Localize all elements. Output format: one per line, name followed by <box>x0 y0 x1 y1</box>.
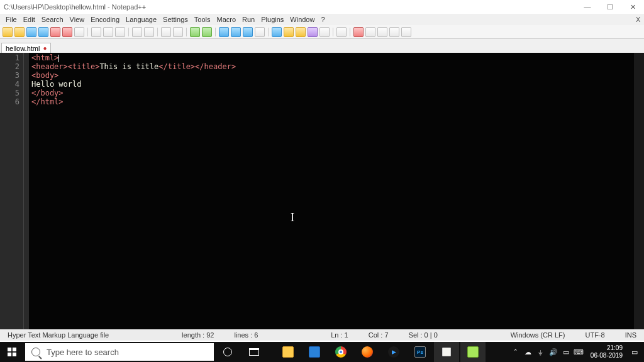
sync-v-icon[interactable] <box>219 27 229 37</box>
close-file-icon[interactable] <box>50 27 60 37</box>
wrap-icon[interactable] <box>243 27 253 37</box>
sync-h-icon[interactable] <box>231 27 241 37</box>
editor[interactable]: 123456 <html> <header><title>This is tit… <box>0 53 644 329</box>
toolbar <box>0 25 644 39</box>
save-macro-icon[interactable] <box>401 27 411 37</box>
cortana-button[interactable] <box>215 342 240 362</box>
tray-battery-icon[interactable]: ▭ <box>562 348 570 356</box>
menu-run[interactable]: Run <box>239 14 258 25</box>
print-icon[interactable] <box>74 27 84 37</box>
tray-notifications-icon[interactable]: ▭ <box>630 348 639 356</box>
indent-icon[interactable] <box>272 27 282 37</box>
status-bar: Hyper Text Markup Language file length :… <box>0 329 644 341</box>
photoshop-icon[interactable]: Ps <box>408 342 433 362</box>
close-all-icon[interactable] <box>62 27 72 37</box>
eye-icon[interactable] <box>336 27 347 37</box>
code-line-1: <html> <box>31 53 641 62</box>
menu-edit[interactable]: Edit <box>20 14 38 25</box>
tab-hellow-html[interactable]: hellow.html ● <box>1 43 51 53</box>
minimize-button[interactable]: — <box>576 0 599 14</box>
vertical-scrollbar[interactable] <box>634 53 644 329</box>
status-ln: Ln : 1 <box>327 331 352 339</box>
menu-plugins[interactable]: Plugins <box>258 14 287 25</box>
tray-date: 06-08-2019 <box>591 352 623 359</box>
title-bar[interactable]: C:\Users\HP\Desktop\hellow.html - Notepa… <box>0 0 644 14</box>
tray-datetime[interactable]: 21:09 06-08-2019 <box>587 344 626 359</box>
menu-language[interactable]: Language <box>123 14 160 25</box>
notepad-icon[interactable] <box>434 342 459 362</box>
fold-margin <box>24 53 29 329</box>
svg-rect-0 <box>8 348 11 351</box>
code-line-3: <body> <box>31 71 641 80</box>
tray-volume-icon[interactable]: 🔊 <box>549 348 558 356</box>
start-button[interactable] <box>0 342 24 362</box>
comment-icon[interactable] <box>296 27 306 37</box>
tab-close-x[interactable]: X <box>633 14 641 25</box>
save-icon[interactable] <box>26 27 36 37</box>
status-mode: INS <box>621 331 640 339</box>
menu-window[interactable]: Window <box>287 14 318 25</box>
menu-help[interactable]: ? <box>318 14 328 25</box>
status-sel: Sel : 0 | 0 <box>405 331 441 339</box>
redo-icon[interactable] <box>144 27 154 37</box>
task-view-button[interactable] <box>242 342 267 362</box>
notepadpp-icon[interactable] <box>460 342 486 362</box>
play-macro-icon[interactable] <box>377 27 387 37</box>
status-length: length : 92 <box>178 331 218 339</box>
save-all-icon[interactable] <box>38 27 48 37</box>
function-list-icon[interactable] <box>308 27 318 37</box>
close-button[interactable]: ✕ <box>621 0 644 14</box>
replace-icon[interactable] <box>173 27 183 37</box>
copy-icon[interactable] <box>103 27 113 37</box>
stop-macro-icon[interactable] <box>365 27 375 37</box>
menu-encoding[interactable]: Encoding <box>87 14 123 25</box>
firefox-icon[interactable] <box>355 342 380 362</box>
status-filetype: Hyper Text Markup Language file <box>4 331 113 339</box>
paste-icon[interactable] <box>115 27 125 37</box>
groove-music-icon[interactable]: ▶ <box>381 342 406 362</box>
zoom-in-icon[interactable] <box>190 27 200 37</box>
system-tray: ˄ ☁ ⏚ 🔊 ▭ ⌨ 21:09 06-08-2019 ▭ <box>511 344 644 359</box>
menu-view[interactable]: View <box>67 14 88 25</box>
undo-icon[interactable] <box>132 27 142 37</box>
tray-onedrive-icon[interactable]: ☁ <box>524 348 533 356</box>
maximize-button[interactable]: ☐ <box>599 0 621 14</box>
tray-time: 21:09 <box>591 344 623 352</box>
doc-map-icon[interactable] <box>319 27 330 37</box>
search-placeholder: Type here to search <box>47 348 119 357</box>
taskbar-search[interactable]: Type here to search <box>25 343 214 361</box>
code-line-2: <header><title>This is title</title></he… <box>31 62 641 71</box>
open-file-icon[interactable] <box>14 27 25 37</box>
line-gutter: 123456 <box>0 53 24 329</box>
run-macro-icon[interactable] <box>389 27 399 37</box>
zoom-out-icon[interactable] <box>202 27 212 37</box>
find-icon[interactable] <box>161 27 171 37</box>
tab-label: hellow.html <box>6 45 40 52</box>
svg-rect-1 <box>13 348 16 351</box>
new-file-icon[interactable] <box>3 27 13 37</box>
window-title: C:\Users\HP\Desktop\hellow.html - Notepa… <box>4 3 146 11</box>
status-col: Col : 7 <box>365 331 392 339</box>
tray-language-icon[interactable]: ⌨ <box>574 348 583 356</box>
tray-chevron-up-icon[interactable]: ˄ <box>511 348 520 356</box>
search-icon <box>31 348 40 356</box>
tab-strip: hellow.html ● <box>0 39 644 53</box>
all-chars-icon[interactable] <box>255 27 265 37</box>
chrome-icon[interactable] <box>328 342 353 362</box>
record-macro-icon[interactable] <box>353 27 364 37</box>
code-line-5: </body> <box>31 89 641 97</box>
code-line-4: Hello world <box>31 80 641 89</box>
menu-tools[interactable]: Tools <box>191 14 214 25</box>
menu-macro[interactable]: Macro <box>213 14 239 25</box>
store-icon[interactable] <box>302 342 327 362</box>
menu-settings[interactable]: Settings <box>160 14 191 25</box>
tray-network-icon[interactable]: ⏚ <box>536 348 545 356</box>
svg-rect-2 <box>8 353 11 356</box>
status-encoding: UTF-8 <box>581 331 608 339</box>
menu-file[interactable]: File <box>3 14 20 25</box>
file-explorer-icon[interactable] <box>275 342 301 362</box>
outdent-icon[interactable] <box>284 27 294 37</box>
cut-icon[interactable] <box>91 27 101 37</box>
code-area[interactable]: <html> <header><title>This is title</tit… <box>29 53 644 329</box>
menu-search[interactable]: Search <box>38 14 67 25</box>
